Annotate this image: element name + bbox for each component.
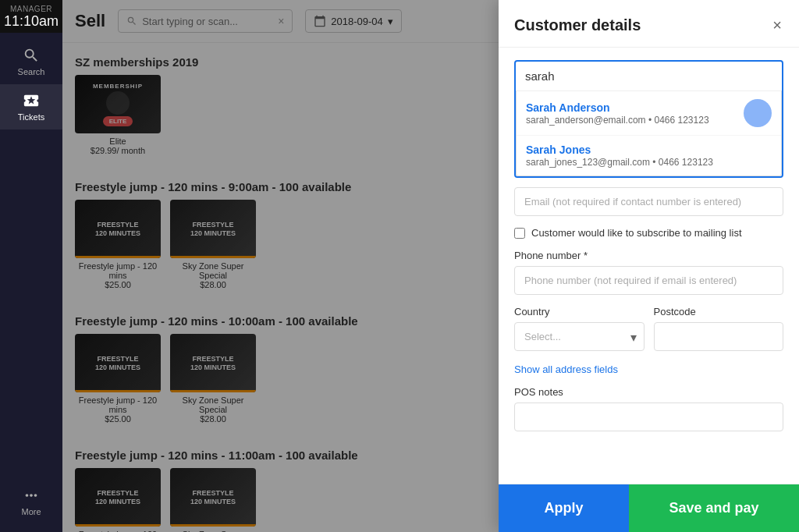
sidebar: MANAGER 11:10am Search Tickets More — [0, 0, 62, 532]
search-icon — [23, 47, 40, 64]
modal-close-button[interactable]: × — [771, 16, 783, 34]
phone-field-group: Phone number * — [514, 250, 783, 295]
country-select[interactable]: Select... — [514, 322, 645, 351]
pos-notes-label: POS notes — [514, 386, 783, 398]
customer-search-input[interactable] — [516, 62, 782, 90]
modal-body: Sarah Anderson sarah_anderson@email.com … — [499, 48, 799, 484]
phone-input[interactable] — [514, 266, 783, 295]
sidebar-item-tickets-label: Tickets — [18, 112, 44, 122]
modal-header: Customer details × — [499, 0, 799, 48]
sidebar-header: MANAGER 11:10am — [0, 0, 62, 33]
sidebar-item-tickets[interactable]: Tickets — [0, 84, 62, 129]
subscribe-label: Customer would like to subscribe to mail… — [531, 227, 742, 239]
postcode-field-group: Postcode — [654, 306, 784, 351]
apply-button[interactable]: Apply — [499, 484, 629, 532]
country-field-group: Country Select... ▾ — [514, 306, 645, 351]
country-select-wrap: Select... ▾ — [514, 322, 645, 351]
sidebar-item-more-label: More — [21, 507, 41, 516]
customer-search-input-wrap: Sarah Anderson sarah_anderson@email.com … — [514, 60, 783, 178]
avatar-sarah-anderson — [744, 99, 772, 127]
more-icon — [23, 487, 40, 504]
sidebar-nav: Search Tickets — [0, 39, 62, 129]
customer-result-sarah-jones[interactable]: Sarah Jones sarah_jones_123@gmail.com • … — [517, 136, 781, 176]
sidebar-item-search[interactable]: Search — [0, 39, 62, 84]
customer-dropdown-results: Sarah Anderson sarah_anderson@email.com … — [516, 90, 782, 176]
sidebar-item-more[interactable]: More — [0, 479, 62, 524]
pos-notes-input[interactable] — [514, 403, 783, 431]
ticket-icon — [23, 92, 40, 109]
customer-result-sarah-anderson[interactable]: Sarah Anderson sarah_anderson@email.com … — [517, 91, 781, 136]
customer-result-detail-2: sarah_jones_123@gmail.com • 0466 123123 — [526, 157, 772, 168]
postcode-label: Postcode — [654, 306, 784, 317]
sidebar-item-search-label: Search — [18, 67, 45, 76]
save-and-pay-button[interactable]: Save and pay — [629, 484, 799, 532]
postcode-input[interactable] — [654, 322, 784, 351]
email-input[interactable] — [514, 187, 783, 216]
country-label: Country — [514, 306, 645, 317]
customer-result-detail-1: sarah_anderson@email.com • 0466 123123 — [526, 115, 744, 126]
customer-result-info-1: Sarah Anderson sarah_anderson@email.com … — [526, 101, 744, 126]
show-address-fields-link[interactable]: Show all address fields — [514, 364, 618, 375]
phone-label: Phone number * — [514, 250, 783, 261]
modal-title: Customer details — [514, 16, 641, 34]
customer-result-name-1: Sarah Anderson — [526, 101, 744, 114]
country-postcode-row: Country Select... ▾ Postcode — [514, 306, 783, 351]
customer-search-dropdown: Sarah Anderson sarah_anderson@email.com … — [514, 60, 783, 178]
customer-result-name-2: Sarah Jones — [526, 144, 772, 156]
subscribe-checkbox[interactable] — [514, 228, 525, 239]
pos-notes-group: POS notes — [514, 386, 783, 431]
sidebar-bottom: More — [0, 479, 62, 532]
modal-footer: Apply Save and pay — [499, 484, 799, 532]
subscribe-checkbox-row: Customer would like to subscribe to mail… — [514, 227, 783, 239]
customer-result-info-2: Sarah Jones sarah_jones_123@gmail.com • … — [526, 144, 772, 168]
sidebar-time: 11:10am — [0, 13, 62, 30]
email-field-group — [514, 187, 783, 216]
customer-details-modal: Customer details × Sarah Anderson sarah_… — [499, 0, 799, 532]
sidebar-role: MANAGER — [0, 5, 62, 13]
